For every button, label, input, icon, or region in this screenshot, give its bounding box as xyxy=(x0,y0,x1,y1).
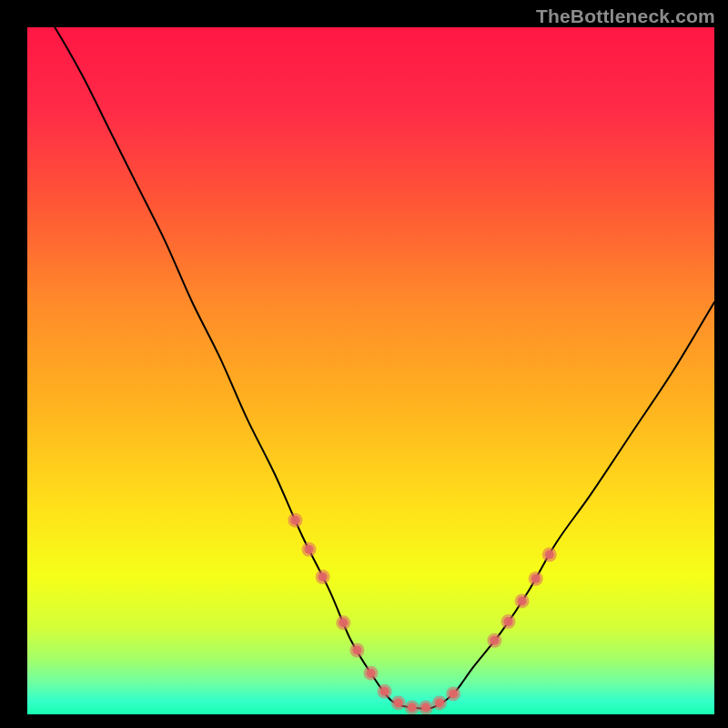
curve-marker xyxy=(367,669,376,678)
curve-marker xyxy=(318,572,328,581)
curve-marker xyxy=(290,516,299,525)
plot-area xyxy=(27,27,714,714)
gradient-background xyxy=(27,27,714,714)
curve-marker xyxy=(490,636,499,645)
curve-marker xyxy=(305,545,314,554)
bottleneck-chart-svg xyxy=(27,27,714,714)
chart-frame: TheBottleneck.com xyxy=(0,0,728,728)
curve-marker xyxy=(504,617,513,626)
curve-marker xyxy=(545,551,554,560)
curve-marker xyxy=(380,687,389,696)
curve-marker xyxy=(518,596,527,605)
curve-marker xyxy=(449,689,458,698)
curve-marker xyxy=(394,698,403,707)
curve-marker xyxy=(352,646,361,655)
curve-marker xyxy=(531,574,541,583)
curve-marker xyxy=(421,703,430,713)
curve-marker xyxy=(408,703,417,713)
watermark-text: TheBottleneck.com xyxy=(536,5,715,27)
curve-marker xyxy=(435,698,444,707)
curve-marker xyxy=(339,618,348,627)
